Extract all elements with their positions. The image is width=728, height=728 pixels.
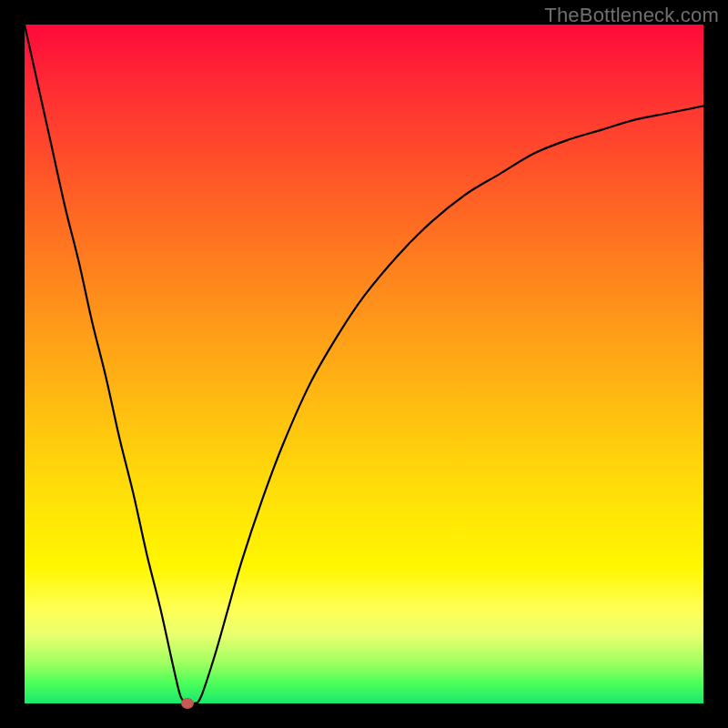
plot-area <box>25 25 703 703</box>
bottleneck-curve <box>25 25 703 703</box>
optimal-marker <box>181 698 194 709</box>
watermark-text: TheBottleneck.com <box>544 4 719 27</box>
chart-frame: TheBottleneck.com <box>0 0 728 728</box>
